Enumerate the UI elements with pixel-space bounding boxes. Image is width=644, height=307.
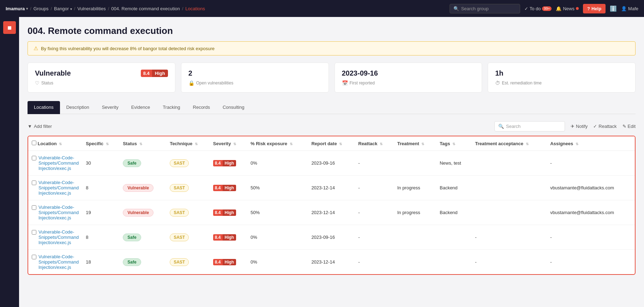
header-report-date[interactable]: Report date ⇅ (308, 136, 355, 151)
cell-severity-2: 8.4 High (210, 200, 247, 225)
card-time-sub: ⏱ Est. remediation time (495, 80, 628, 86)
row-checkbox-3[interactable] (32, 230, 36, 235)
tab-records[interactable]: Records (187, 101, 216, 114)
news-button[interactable]: 🔔 News (556, 6, 579, 11)
location-link-2[interactable]: Vulnerable-Code-Snippets/Command Injecti… (38, 205, 79, 220)
notify-icon: ✈ (571, 124, 574, 129)
tab-locations[interactable]: Locations (28, 101, 60, 114)
header-risk-exposure[interactable]: % Risk exposure ⇅ (247, 136, 308, 151)
location-link-1[interactable]: Vulnerable-Code-Snippets/Command Injecti… (38, 180, 79, 196)
location-sort-icon: ⇅ (59, 142, 62, 146)
select-all-checkbox[interactable] (32, 141, 36, 145)
header-status[interactable]: Status ⇅ (119, 136, 166, 151)
technique-sort-icon: ⇅ (195, 142, 198, 146)
notify-button[interactable]: ✈ Notify (571, 124, 588, 129)
cell-severity-3: 8.4 High (210, 225, 247, 250)
cell-date-2: 2023-12-14 (308, 200, 355, 225)
help-button[interactable]: ? Help (583, 4, 606, 13)
cell-severity-1: 8.4 High (210, 176, 247, 200)
card-status-sub: ♡ Status (35, 80, 168, 86)
severity-label: High (152, 70, 168, 77)
header-assignees[interactable]: Assignees ⇅ (547, 136, 635, 151)
cell-tags-4 (436, 250, 471, 274)
tab-evidence[interactable]: Evidence (125, 101, 156, 114)
table-row: Vulnerable-Code-Snippets/Command Injecti… (28, 200, 635, 225)
header-severity[interactable]: Severity ⇅ (210, 136, 247, 151)
heart-icon: ♡ (35, 80, 40, 86)
specific-sort-icon: ⇅ (106, 142, 109, 146)
tab-consulting[interactable]: Consulting (216, 101, 251, 114)
cell-acceptance-2 (471, 200, 547, 225)
row-checkbox-2[interactable] (32, 205, 36, 210)
cell-technique-4: SAST (166, 250, 210, 274)
table-search[interactable]: 🔍 Search (494, 121, 565, 131)
card-date-sub: 📅 First reported (342, 80, 475, 86)
cell-treatment-3 (394, 225, 436, 250)
cards-row: Vulnerable 8.4 High ♡ Status 2 🔒 Open vu… (28, 63, 636, 93)
technique-pill-2: SAST (170, 209, 189, 217)
cell-status-2: Vulnerable (119, 200, 166, 225)
header-treatment-acceptance[interactable]: Treatment acceptance ⇅ (471, 136, 547, 151)
cell-acceptance-3: - (471, 225, 547, 250)
info-button[interactable]: ℹ️ (610, 5, 617, 12)
cell-treatment-4 (394, 250, 436, 274)
add-filter-button[interactable]: ▼ Add filter (28, 124, 52, 129)
assignees-sort-icon: ⇅ (576, 142, 578, 146)
header-treatment[interactable]: Treatment ⇅ (394, 136, 436, 151)
sidebar-logo[interactable]: ■ (3, 21, 16, 34)
cell-risk-1: 50% (247, 176, 308, 200)
user-button[interactable]: 👤 Mafe (621, 6, 638, 11)
cell-acceptance-0 (471, 151, 547, 176)
cell-treatment-1: In progress (394, 176, 436, 200)
row-checkbox-1[interactable] (32, 181, 36, 185)
breadcrumb-bangor[interactable]: Bangor ▾ (54, 6, 72, 11)
location-link-3[interactable]: Vulnerable-Code-Snippets/Command Injecti… (38, 229, 79, 245)
card-open-vulns: 2 🔒 Open vulnerabilities (181, 63, 329, 93)
tab-severity[interactable]: Severity (96, 101, 125, 114)
header-tags[interactable]: Tags ⇅ (436, 136, 471, 151)
severity-inline-0: 8.4 High (213, 160, 236, 166)
cell-location-1: Vulnerable-Code-Snippets/Command Injecti… (28, 176, 82, 200)
cell-acceptance-4: - (471, 250, 547, 274)
cell-reattack-3: - (355, 225, 393, 250)
table-row: Vulnerable-Code-Snippets/Command Injecti… (28, 176, 635, 200)
table-row: Vulnerable-Code-Snippets/Command Injecti… (28, 151, 635, 176)
cell-severity-4: 8.4 High (210, 250, 247, 274)
breadcrumb-vuln-detail[interactable]: 004. Remote command execution (111, 6, 180, 11)
cell-assignees-4: - (547, 250, 635, 274)
table-row: Vulnerable-Code-Snippets/Command Injecti… (28, 250, 635, 274)
edit-button[interactable]: ✎ Edit (622, 124, 636, 129)
header-technique[interactable]: Technique ⇅ (166, 136, 210, 151)
brand-link[interactable]: Imamura ▾ (6, 6, 28, 11)
warning-icon: ⚠ (34, 45, 38, 52)
breadcrumb-groups[interactable]: Groups (34, 6, 49, 11)
severity-inline-3: 8.4 High (213, 234, 236, 241)
search-group[interactable]: 🔍 Search group (450, 4, 520, 13)
row-checkbox-0[interactable] (32, 156, 36, 160)
header-specific[interactable]: Specific ⇅ (82, 136, 119, 151)
breadcrumb-vulnerabilities[interactable]: Vulnerabilities (77, 6, 106, 11)
severity-inline-2: 8.4 High (213, 209, 236, 216)
cell-reattack-0: - (355, 151, 393, 176)
header-reattack[interactable]: Reattack ⇅ (355, 136, 393, 151)
cell-technique-1: SAST (166, 176, 210, 200)
table-actions: 🔍 Search ✈ Notify ✓ Reattack ✎ Edit (494, 121, 636, 131)
header-checkbox-cell: Location ⇅ (28, 136, 82, 151)
logo-icon: ■ (7, 24, 12, 32)
breadcrumb: Imamura ▾ / Groups / Bangor ▾ / Vulnerab… (6, 6, 205, 11)
location-link-4[interactable]: Vulnerable-Code-Snippets/Command Injecti… (38, 254, 79, 270)
treatment-sort-icon: ⇅ (421, 142, 424, 146)
date-sort-icon: ⇅ (339, 142, 342, 146)
cell-specific-2: 19 (82, 200, 119, 225)
user-icon: 👤 (621, 6, 627, 11)
reattack-sort-icon: ⇅ (380, 142, 383, 146)
todo-button[interactable]: ✓ To do 99+ (524, 6, 552, 11)
reattack-button[interactable]: ✓ Reattack (593, 124, 616, 129)
cell-risk-3: 0% (247, 225, 308, 250)
row-checkbox-4[interactable] (32, 255, 36, 259)
tab-description[interactable]: Description (60, 101, 96, 114)
table-controls: ▼ Add filter 🔍 Search ✈ Notify ✓ Reattac… (28, 121, 636, 131)
tab-tracking[interactable]: Tracking (156, 101, 186, 114)
location-link-0[interactable]: Vulnerable-Code-Snippets/Command Injecti… (38, 155, 79, 171)
cell-status-0: Safe (119, 151, 166, 176)
